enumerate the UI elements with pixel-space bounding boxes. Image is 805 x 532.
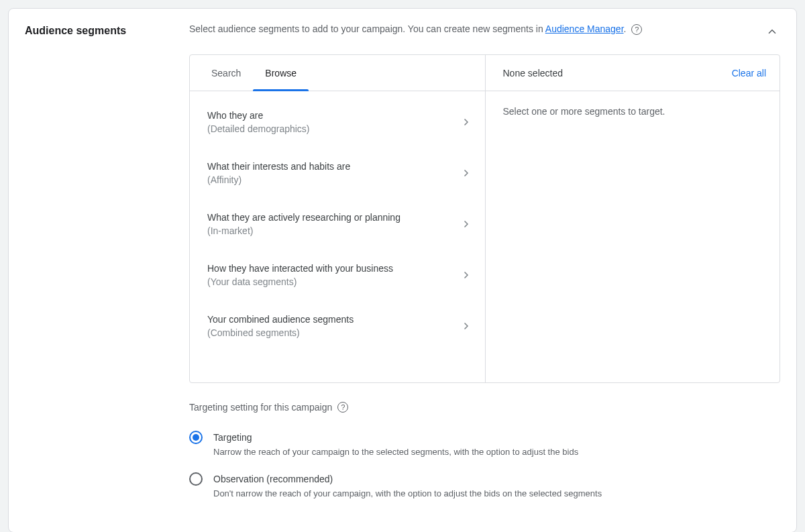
category-detailed-demographics[interactable]: Who they are (Detailed demographics) xyxy=(190,97,485,148)
targeting-options: Targeting Narrow the reach of your campa… xyxy=(189,425,780,508)
radio-title: Observation (recommended) xyxy=(213,472,602,486)
help-icon[interactable]: ? xyxy=(337,402,348,413)
audience-manager-link[interactable]: Audience Manager xyxy=(545,23,624,34)
selected-count-label: None selected xyxy=(503,68,732,78)
targeting-label-text: Targeting setting for this campaign xyxy=(189,402,332,413)
radio-icon xyxy=(189,431,203,444)
category-text: What their interests and habits are (Aff… xyxy=(207,160,460,187)
card-title: Audience segments xyxy=(25,25,189,37)
card-description: Select audience segments to add to your … xyxy=(189,22,780,36)
help-icon[interactable]: ? xyxy=(631,24,642,35)
category-your-data[interactable]: How they have interacted with your busin… xyxy=(190,250,485,301)
chevron-right-icon xyxy=(460,217,473,231)
category-text: How they have interacted with your busin… xyxy=(207,262,460,288)
chevron-right-icon xyxy=(460,268,473,282)
browse-column: Search Browse Who they are (Detailed dem… xyxy=(190,55,485,382)
category-list: Who they are (Detailed demographics) Wha… xyxy=(190,91,485,357)
category-text: Your combined audience segments (Combine… xyxy=(207,313,460,339)
radio-subtitle: Narrow the reach of your campaign to the… xyxy=(213,446,578,458)
category-title: What they are actively researching or pl… xyxy=(207,211,454,224)
category-combined[interactable]: Your combined audience segments (Combine… xyxy=(190,301,485,352)
radio-icon xyxy=(189,472,203,486)
segments-panel: Search Browse Who they are (Detailed dem… xyxy=(189,54,780,383)
card-right: Select audience segments to add to your … xyxy=(189,22,780,508)
card-description-prefix: Select audience segments to add to your … xyxy=(189,23,545,34)
category-in-market[interactable]: What they are actively researching or pl… xyxy=(190,199,485,250)
chevron-up-icon xyxy=(766,25,778,38)
category-subtitle: (Affinity) xyxy=(207,173,454,187)
category-subtitle: (Detailed demographics) xyxy=(207,122,454,136)
category-text: What they are actively researching or pl… xyxy=(207,211,460,237)
category-subtitle: (In-market) xyxy=(207,224,454,237)
selected-header: None selected Clear all xyxy=(486,55,780,91)
tab-search[interactable]: Search xyxy=(199,55,253,91)
selected-placeholder: Select one or more segments to target. xyxy=(486,91,780,131)
radio-subtitle: Don't narrow the reach of your campaign,… xyxy=(213,488,602,500)
category-affinity[interactable]: What their interests and habits are (Aff… xyxy=(190,148,485,199)
radio-title: Targeting xyxy=(213,430,578,445)
chevron-right-icon xyxy=(460,166,473,180)
selected-column: None selected Clear all Select one or mo… xyxy=(485,55,780,382)
radio-text: Observation (recommended) Don't narrow t… xyxy=(213,472,602,500)
targeting-section: Targeting setting for this campaign ? Ta… xyxy=(189,402,780,508)
collapse-button[interactable] xyxy=(764,23,780,40)
category-subtitle: (Your data segments) xyxy=(207,275,454,288)
category-text: Who they are (Detailed demographics) xyxy=(207,109,460,136)
chevron-right-icon xyxy=(460,319,473,333)
radio-text: Targeting Narrow the reach of your campa… xyxy=(213,430,578,458)
clear-all-button[interactable]: Clear all xyxy=(732,68,766,78)
card-description-suffix: . xyxy=(624,23,627,34)
radio-option-observation[interactable]: Observation (recommended) Don't narrow t… xyxy=(189,466,780,508)
tabs: Search Browse xyxy=(190,55,485,91)
category-title: How they have interacted with your busin… xyxy=(207,262,454,275)
card-left: Audience segments xyxy=(25,22,189,508)
chevron-right-icon xyxy=(460,115,473,129)
category-title: Who they are xyxy=(207,109,454,122)
tab-browse[interactable]: Browse xyxy=(253,55,309,91)
radio-option-targeting[interactable]: Targeting Narrow the reach of your campa… xyxy=(189,425,780,466)
targeting-label: Targeting setting for this campaign ? xyxy=(189,402,780,413)
category-title: Your combined audience segments xyxy=(207,313,454,326)
category-subtitle: (Combined segments) xyxy=(207,326,454,339)
audience-segments-card: Audience segments Select audience segmen… xyxy=(8,8,797,532)
category-title: What their interests and habits are xyxy=(207,160,454,173)
